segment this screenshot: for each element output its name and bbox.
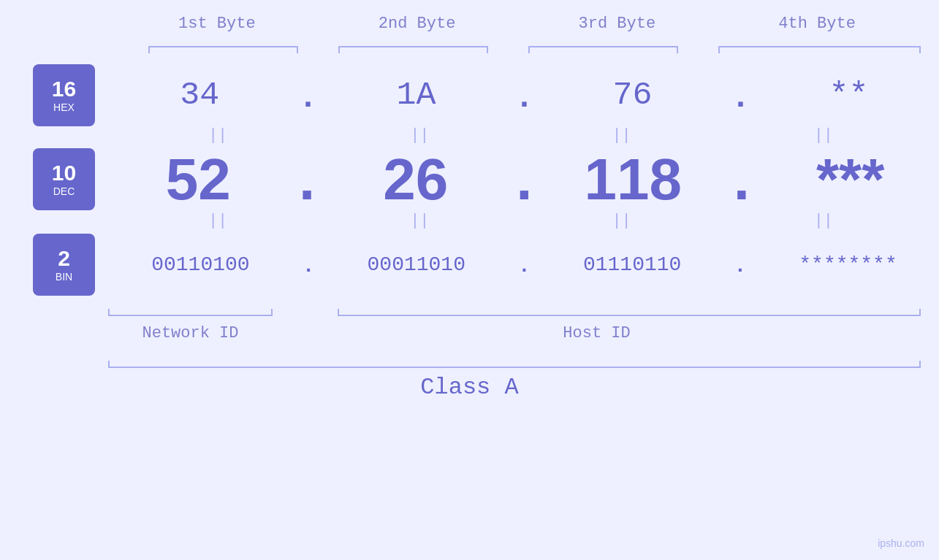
dec-values: 52 . 26 . 118 . *** [95,150,939,209]
id-labels: Network ID Host ID [0,324,939,342]
bin-badge-number: 2 [58,248,70,269]
dec-dot2: . [516,150,532,209]
hex-badge-label: HEX [53,101,75,113]
eq2-2: || [343,212,496,230]
eq1-1: || [141,126,294,145]
dec-badge: 10 DEC [33,148,95,210]
hex-val2: 1A [339,77,493,114]
bottom-brackets [0,302,939,320]
eq2-1: || [141,212,294,230]
hex-val1: 34 [123,77,276,114]
dec-val2: 26 [339,150,493,209]
byte3-header: 3rd Byte [536,15,697,33]
top-bracket-1 [148,39,298,53]
dec-badge-number: 10 [52,162,76,184]
eq1-4: || [747,126,900,145]
bin-values: 00110100 . 00011010 . 01110110 . *******… [95,253,939,276]
equals-row-2: || || || || [0,212,939,230]
dec-val3: 118 [556,150,710,209]
byte1-header: 1st Byte [137,15,297,33]
bin-val1: 00110100 [123,253,277,276]
top-bracket-3 [528,39,678,53]
main-container: 1st Byte 2nd Byte 3rd Byte 4th Byte [0,0,939,560]
bin-badge: 2 BIN [33,234,95,296]
bin-badge-label: BIN [56,271,72,283]
host-id-label: Host ID [273,324,921,342]
class-label: Class A [420,374,518,401]
network-id-bracket [108,302,273,316]
watermark: ipshu.com [878,537,924,549]
bin-dot2: . [522,255,528,275]
host-id-bracket [338,302,921,316]
hex-row: 16 HEX 34 . 1A . 76 . ** [0,64,939,126]
bin-val3: 01110110 [555,253,709,276]
bin-val2: 00011010 [340,253,493,276]
dec-val4: *** [774,150,927,209]
hex-badge: 16 HEX [33,64,95,126]
dec-dot1: . [299,150,315,209]
eq2-3: || [545,212,699,230]
bin-dot3: . [737,255,743,275]
byte2-header: 2nd Byte [337,15,498,33]
hex-values: 34 . 1A . 76 . ** [95,77,939,114]
dec-row: 10 DEC 52 . 26 . 118 . *** [0,148,939,210]
equals-row-1: || || || || [0,126,939,145]
top-bracket-2 [338,39,488,53]
network-id-label: Network ID [108,324,273,342]
eq2-4: || [747,212,900,230]
bin-val4: ******** [772,253,925,276]
eq1-3: || [545,126,699,145]
hex-dot2: . [520,79,529,112]
top-brackets [0,39,939,53]
eq1-2: || [343,126,496,145]
dec-badge-label: DEC [53,185,75,197]
byte-headers: 1st Byte 2nd Byte 3rd Byte 4th Byte [0,0,939,33]
hex-badge-number: 16 [52,78,76,100]
dec-val1: 52 [121,150,275,209]
hex-dot3: . [736,79,745,112]
bin-row: 2 BIN 00110100 . 00011010 . 01110110 . *… [0,234,939,296]
hex-val3: 76 [555,77,709,114]
bin-dot1: . [305,255,311,275]
byte4-header: 4th Byte [737,15,897,33]
class-bracket [0,350,939,368]
hex-val4: ** [772,77,926,114]
hex-dot1: . [303,79,313,112]
dec-dot3: . [734,150,750,209]
top-bracket-4 [718,39,921,53]
